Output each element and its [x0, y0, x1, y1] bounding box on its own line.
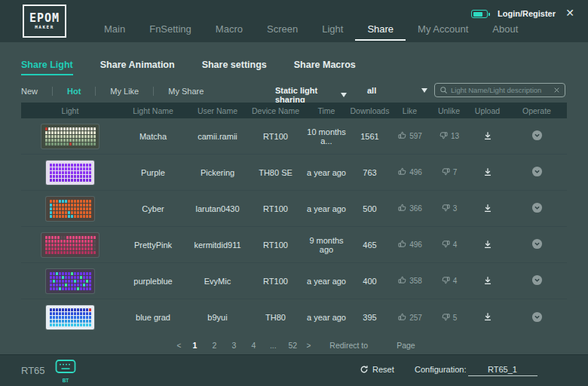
tab-share-settings[interactable]: Share settings	[202, 60, 267, 75]
light-thumbnail[interactable]	[46, 161, 94, 185]
operate-button[interactable]	[507, 238, 567, 251]
light-thumbnail[interactable]	[46, 269, 94, 293]
keyboard-key	[90, 127, 93, 130]
light-thumbnail[interactable]	[46, 305, 94, 329]
thumbs-up-icon	[397, 275, 407, 286]
keyboard-key	[50, 215, 52, 218]
search-box[interactable]	[434, 83, 565, 97]
nav-item-main[interactable]: Main	[92, 23, 137, 41]
keyboard-key	[51, 240, 54, 243]
tab-share-light[interactable]: Share Light	[21, 60, 73, 75]
keyboard-key	[74, 308, 76, 311]
keyboard-key	[74, 316, 76, 319]
close-icon[interactable]: ✕	[565, 7, 574, 19]
keyboard-key	[59, 272, 61, 275]
keyboard-key	[68, 308, 70, 311]
search-input[interactable]	[451, 86, 550, 94]
nav-item-fnsetting[interactable]: FnSetting	[137, 23, 204, 41]
unlike-button[interactable]: 3	[430, 203, 468, 214]
keyboard-key	[80, 272, 82, 275]
keyboard-key	[93, 139, 96, 142]
nav-item-light[interactable]: Light	[310, 23, 355, 41]
keyboard-key	[86, 283, 88, 286]
keyboard-key	[54, 251, 57, 254]
keyboard-key	[48, 236, 51, 239]
operate-button[interactable]	[507, 166, 567, 179]
unlike-button[interactable]: 5	[430, 312, 468, 323]
unlike-button[interactable]: 4	[430, 275, 468, 286]
like-button[interactable]: 358	[390, 275, 430, 286]
keyboard-key	[68, 211, 70, 214]
keyboard-key	[78, 236, 81, 239]
keyboard-key	[54, 139, 57, 142]
connected-keyboard-button[interactable]: BT	[54, 358, 77, 383]
keyboard-key	[80, 211, 82, 214]
upload-download-button[interactable]	[468, 167, 507, 179]
nav-item-macro[interactable]: Macro	[204, 23, 255, 41]
unlike-button[interactable]: 7	[430, 167, 468, 178]
top-bar: EPOM MAKER MainFnSettingMacroScreenLight…	[0, 0, 588, 42]
nav-item-about[interactable]: About	[480, 23, 530, 41]
operate-button[interactable]	[507, 130, 567, 142]
light-type-dropdown[interactable]: Static light sharing	[275, 86, 347, 104]
keyboard-key	[50, 276, 52, 279]
like-button[interactable]: 496	[390, 239, 430, 250]
next-page-button[interactable]: >	[302, 342, 314, 350]
filter-my-like[interactable]: My Like	[110, 87, 139, 96]
page-button--[interactable]: ...	[266, 341, 280, 350]
operate-button[interactable]	[507, 202, 567, 215]
like-button[interactable]: 366	[390, 203, 430, 214]
page-number-input[interactable]	[368, 341, 397, 350]
upload-download-button[interactable]	[468, 311, 507, 323]
keyboard-key	[57, 236, 60, 239]
tab-share-macros[interactable]: Share Macros	[294, 60, 356, 75]
like-button[interactable]: 496	[390, 167, 430, 178]
nav-item-screen[interactable]: Screen	[255, 23, 310, 41]
keyboard-key	[53, 272, 55, 275]
keyboard-key	[71, 320, 73, 323]
keyboard-key	[45, 135, 47, 138]
upload-download-button[interactable]	[468, 203, 507, 215]
reset-button[interactable]: Reset	[360, 365, 394, 374]
upload-download-button[interactable]	[468, 275, 507, 287]
page-button-3[interactable]: 3	[227, 341, 240, 350]
nav-item-my-account[interactable]: My Account	[406, 23, 480, 41]
keyboard-key	[68, 287, 70, 290]
filter-my-share[interactable]: My Share	[168, 87, 204, 96]
login-register-link[interactable]: Login/Register	[498, 9, 556, 18]
like-button[interactable]: 597	[390, 130, 430, 142]
keyboard-key	[83, 179, 85, 182]
operate-button[interactable]	[507, 274, 567, 287]
light-thumbnail[interactable]	[41, 124, 99, 149]
operate-button[interactable]	[507, 311, 567, 324]
unlike-button[interactable]: 13	[430, 130, 468, 142]
upload-download-button[interactable]	[468, 239, 507, 251]
like-button[interactable]: 257	[390, 312, 430, 323]
page-button-1[interactable]: 1	[188, 341, 201, 350]
keyboard-key	[54, 247, 57, 250]
keyboard-key	[90, 139, 93, 142]
configuration-value[interactable]: RT65_1	[468, 365, 537, 376]
unlike-button[interactable]: 4	[430, 239, 468, 250]
keyboard-key	[50, 164, 52, 167]
light-thumbnail[interactable]	[46, 197, 94, 221]
keyboard-key	[45, 139, 47, 142]
page-button-52[interactable]: 52	[286, 341, 299, 350]
keyboard-key	[89, 280, 91, 283]
keyboard-key	[81, 131, 84, 134]
keyboard-key	[51, 236, 54, 239]
time-cell: a year ago	[303, 168, 350, 177]
scope-dropdown[interactable]: all	[367, 86, 427, 95]
keyboard-key	[83, 280, 85, 283]
prev-page-button[interactable]: <	[173, 342, 185, 350]
upload-download-button[interactable]	[468, 130, 507, 142]
filter-new[interactable]: New	[21, 87, 38, 96]
nav-item-share[interactable]: Share	[355, 23, 406, 41]
page-button-2[interactable]: 2	[207, 341, 221, 350]
light-thumbnail[interactable]	[41, 233, 99, 257]
clear-search-icon[interactable]	[553, 87, 560, 93]
page-button-4[interactable]: 4	[247, 341, 260, 350]
tab-share-animation[interactable]: Share Animation	[100, 60, 175, 75]
filter-hot[interactable]: Hot	[67, 87, 81, 96]
keyboard-row	[49, 276, 91, 279]
